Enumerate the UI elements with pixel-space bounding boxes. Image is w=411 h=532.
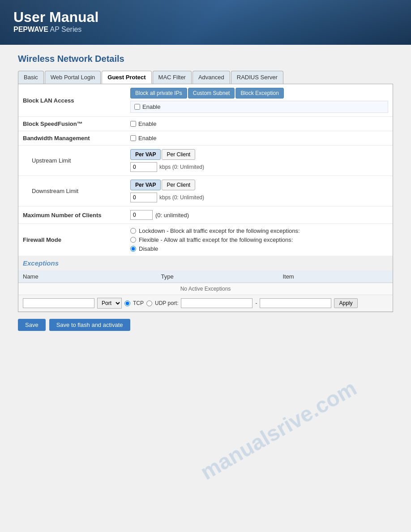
exception-tcp-radio[interactable] [124, 300, 130, 306]
bandwidth-management-label: Bandwidth Management [18, 131, 126, 146]
firewall-disable-label: Disable [139, 245, 158, 252]
tab-radius-server[interactable]: RADIUS Server [231, 71, 283, 84]
block-speedfusion-value: Enable [126, 117, 393, 131]
form-panel: Block LAN Access Block all private IPs C… [18, 84, 393, 312]
block-lan-enable-row: Enable [130, 101, 388, 113]
firewall-disable-row: Disable [130, 245, 388, 252]
block-lan-value: Block all private IPs Custom Subnet Bloc… [126, 84, 393, 117]
downstream-limit-label: Downstream Limit [18, 176, 126, 206]
block-speedfusion-enable-label: Enable [138, 120, 156, 127]
firewall-mode-value: Lockdown - Block all traffic except for … [126, 224, 393, 256]
exceptions-col-name: Name [18, 270, 157, 283]
exception-udp-label: UDP port: [155, 300, 178, 306]
downstream-kbps-row: kbps (0: Unlimited) [130, 193, 388, 202]
downstream-limit-row: Downstream Limit Per VAP Per Client kbps… [18, 176, 393, 206]
exceptions-title: Exceptions [23, 259, 59, 267]
upstream-limit-value: Per VAP Per Client kbps (0: Unlimited) [126, 146, 393, 176]
exceptions-col-type: Type [157, 270, 278, 283]
firewall-flexible-label: Flexible - Allow all traffic except for … [139, 236, 293, 243]
exception-name-input[interactable] [23, 298, 94, 308]
bandwidth-management-checkbox[interactable] [130, 135, 136, 141]
tab-bar: Basic Web Portal Login Guest Protect MAC… [18, 71, 393, 84]
upstream-per-client-btn[interactable]: Per Client [162, 149, 195, 160]
header-series: AP Series [48, 26, 81, 33]
upstream-per-group: Per VAP Per Client [130, 149, 388, 160]
firewall-flexible-row: Flexible - Allow all traffic except for … [130, 236, 388, 243]
bandwidth-management-enable-label: Enable [138, 135, 156, 142]
header-subtitle: PEPWAVE AP Series [13, 26, 398, 34]
firewall-mode-label: Firewall Mode [18, 224, 126, 256]
bandwidth-management-value: Enable [126, 131, 393, 146]
add-exception-cell: Port TCP UDP port: - Apply [18, 295, 393, 312]
footer-buttons: Save Save to flash and activate [18, 319, 393, 331]
tab-basic[interactable]: Basic [18, 71, 44, 84]
firewall-lockdown-radio[interactable] [130, 228, 136, 234]
upstream-kbps-row: kbps (0: Unlimited) [130, 162, 388, 172]
tab-mac-filter[interactable]: MAC Filter [153, 71, 192, 84]
firewall-mode-radio-group: Lockdown - Block all traffic except for … [130, 227, 388, 252]
downstream-per-vap-btn[interactable]: Per VAP [130, 180, 161, 190]
tab-advanced[interactable]: Advanced [193, 71, 230, 84]
max-clients-row: Maximum Number of Clients (0: unlimited) [18, 206, 393, 224]
header-title: User Manual [13, 9, 398, 26]
add-exception-row: Port TCP UDP port: - Apply [18, 295, 393, 312]
exception-tcp-label: TCP [133, 300, 144, 306]
max-clients-input-row: (0: unlimited) [130, 210, 388, 220]
tab-guest-protect[interactable]: Guest Protect [102, 71, 151, 84]
exception-udp-radio[interactable] [146, 300, 152, 306]
downstream-kbps-label: kbps (0: Unlimited) [159, 194, 204, 201]
downstream-per-client-btn[interactable]: Per Client [162, 180, 195, 190]
firewall-mode-row: Firewall Mode Lockdown - Block all traff… [18, 224, 393, 256]
exceptions-header: Exceptions [18, 256, 393, 270]
upstream-kbps-label: kbps (0: Unlimited) [159, 164, 204, 170]
exceptions-header-row: Name Type Item [18, 270, 393, 283]
no-exceptions-row: No Active Exceptions [18, 283, 393, 295]
max-clients-label: Maximum Number of Clients [18, 206, 126, 224]
btn-block-exception[interactable]: Block Exception [235, 88, 283, 99]
save-button[interactable]: Save [18, 319, 46, 331]
block-speedfusion-label: Block SpeedFusion™ [18, 117, 126, 131]
main-content: Wireless Network Details Basic Web Porta… [0, 45, 411, 340]
max-clients-note: (0: unlimited) [155, 212, 189, 219]
exception-apply-button[interactable]: Apply [334, 298, 357, 308]
downstream-limit-value: Per VAP Per Client kbps (0: Unlimited) [126, 176, 393, 206]
settings-table: Block LAN Access Block all private IPs C… [18, 84, 393, 256]
bandwidth-management-row: Bandwidth Management Enable [18, 131, 393, 146]
tab-web-portal-login[interactable]: Web Portal Login [45, 71, 101, 84]
exception-port-start-input[interactable] [181, 298, 253, 308]
max-clients-input[interactable] [130, 210, 153, 220]
exceptions-col-item: Item [278, 270, 393, 283]
save-flash-button[interactable]: Save to flash and activate [49, 319, 130, 331]
upstream-per-vap-btn[interactable]: Per VAP [130, 149, 161, 160]
upstream-limit-label: Upstream Limit [18, 146, 126, 176]
exception-type-select[interactable]: Port [97, 298, 122, 309]
bandwidth-management-checkbox-row: Enable [130, 135, 388, 142]
firewall-disable-radio[interactable] [130, 246, 136, 252]
exceptions-table: Name Type Item No Active Exceptions Port [18, 270, 393, 312]
max-clients-value: (0: unlimited) [126, 206, 393, 224]
block-lan-access-row: Block LAN Access Block all private IPs C… [18, 84, 393, 117]
block-speedfusion-checkbox[interactable] [130, 121, 136, 127]
header-brand: PEPWAVE [13, 26, 48, 33]
block-speedfusion-row: Block SpeedFusion™ Enable [18, 117, 393, 131]
btn-custom-subnet[interactable]: Custom Subnet [188, 88, 235, 99]
firewall-flexible-radio[interactable] [130, 237, 136, 243]
block-lan-enable-checkbox[interactable] [134, 104, 140, 110]
block-lan-label: Block LAN Access [18, 84, 126, 117]
btn-all-private-ips[interactable]: Block all private IPs [130, 88, 187, 99]
exception-port-end-input[interactable] [260, 298, 331, 308]
page-header: User Manual PEPWAVE AP Series [0, 0, 411, 45]
upstream-kbps-input[interactable] [130, 162, 157, 172]
downstream-kbps-input[interactable] [130, 193, 157, 202]
add-exception-inputs: Port TCP UDP port: - Apply [23, 298, 388, 309]
firewall-lockdown-row: Lockdown - Block all traffic except for … [130, 227, 388, 234]
block-lan-enable-label: Enable [142, 103, 160, 110]
exception-port-separator: - [255, 300, 257, 306]
downstream-per-group: Per VAP Per Client [130, 180, 388, 190]
no-exceptions-label: No Active Exceptions [18, 283, 393, 295]
block-lan-btn-group: Block all private IPs Custom Subnet Bloc… [130, 88, 388, 99]
upstream-limit-row: Upstream Limit Per VAP Per Client kbps (… [18, 146, 393, 176]
page-title: Wireless Network Details [18, 54, 393, 64]
firewall-lockdown-label: Lockdown - Block all traffic except for … [139, 227, 300, 234]
block-speedfusion-checkbox-row: Enable [130, 120, 388, 127]
